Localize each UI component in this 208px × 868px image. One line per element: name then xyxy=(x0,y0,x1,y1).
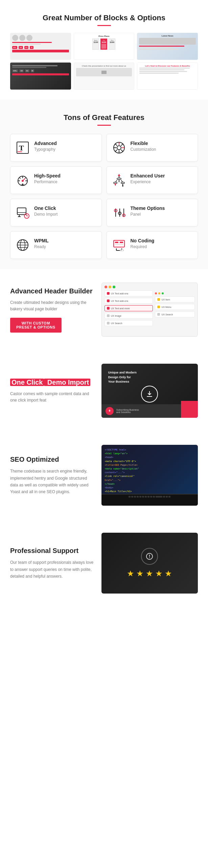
features-title: Tons of Great Features xyxy=(10,113,198,122)
svg-rect-54 xyxy=(115,242,118,243)
header-builder-section: Advanced Header Builder Create ultimated… xyxy=(0,269,208,350)
support-icon xyxy=(141,548,158,565)
features-divider xyxy=(97,125,111,126)
svg-text:T: T xyxy=(19,144,24,152)
hb-dot-yellow2 xyxy=(157,306,160,308)
preview-card-light: Check this presentation to find out more… xyxy=(74,63,135,90)
feature-card-oneclick: One Click Demo Import xyxy=(10,199,102,226)
flexible-text: Flexible Customization xyxy=(131,140,156,152)
user-exp-icon xyxy=(112,173,126,188)
svg-rect-56 xyxy=(115,244,123,245)
preview-card-news: Latest News xyxy=(137,33,198,60)
feature-card-nocoding: No Coding Required xyxy=(107,231,198,259)
user-subtitle: Experience xyxy=(131,179,165,184)
demo-bottom-text: Subscribing Businessand Solutions xyxy=(116,409,139,413)
hb-row-2: UX Text add-ons xyxy=(105,298,153,304)
typography-text: Advanced Typography xyxy=(34,140,57,152)
typography-subtitle: Typography xyxy=(34,147,57,152)
nocoding-text: No Coding Required xyxy=(131,238,155,249)
feature-card-wpml: WPML Ready xyxy=(10,231,102,259)
preview-card-team: 500+ 140 211 35 xyxy=(10,33,71,60)
wpml-icon xyxy=(15,238,30,252)
header-builder-title: Advanced Header Builder xyxy=(10,287,95,295)
nocoding-subtitle: Required xyxy=(131,244,155,249)
wpml-title: WPML xyxy=(34,238,49,244)
hb-label-3: UX Text and more xyxy=(111,307,130,310)
speed-text: High-Speed Performance xyxy=(34,173,61,184)
hb-row-r3: UX Search xyxy=(155,311,195,317)
star-1: ★ xyxy=(127,569,134,578)
theme-subtitle: Panel xyxy=(131,212,165,217)
wpml-text: WPML Ready xyxy=(34,238,49,249)
svg-marker-32 xyxy=(114,184,116,186)
seo-preview: <!DOCTYPE html> <html lang="en"> <head> … xyxy=(101,445,198,506)
svg-line-20 xyxy=(23,178,25,181)
demo-import-section: One Click Demo Import Castor comes with … xyxy=(0,350,208,431)
nocoding-title: No Coding xyxy=(131,238,155,244)
star-5: ★ xyxy=(165,569,172,578)
typography-icon: T xyxy=(15,140,30,155)
speed-title: High-Speed xyxy=(34,173,61,179)
star-3: ★ xyxy=(146,569,153,578)
hb-row-5: UX Search xyxy=(105,320,153,326)
oneclick-text: One Click Demo Import xyxy=(34,205,57,217)
svg-point-4 xyxy=(117,146,121,150)
hb-label-r3: UX Search xyxy=(161,313,173,316)
hb-dot-gray1 xyxy=(107,314,110,317)
demo-red-corner xyxy=(181,401,198,418)
title-divider xyxy=(97,25,111,26)
svg-rect-62 xyxy=(147,396,152,397)
theme-title: Theme Options xyxy=(131,205,165,211)
svg-rect-35 xyxy=(17,208,26,215)
header-builder-preview: UX Text add-ons UX Text add-ons UX Text … xyxy=(101,283,198,337)
laptop-keyboard xyxy=(101,494,198,506)
hb-label-1: UX Text add-ons xyxy=(111,292,129,295)
svg-rect-27 xyxy=(114,182,117,184)
oneclick-subtitle: Demo Import xyxy=(34,212,57,217)
demo-bottom-icon xyxy=(106,407,114,415)
custom-preset-button[interactable]: WITH CUSTOM Preset & Options xyxy=(10,318,62,333)
nocoding-icon xyxy=(112,238,126,252)
seo-image-bg: <!DOCTYPE html> <html lang="en"> <head> … xyxy=(101,445,198,506)
svg-rect-55 xyxy=(120,242,123,243)
speed-icon xyxy=(15,173,30,188)
hb-dot-red2 xyxy=(107,299,110,302)
flexible-title: Flexible xyxy=(131,140,156,146)
demo-icon-circle xyxy=(141,386,158,403)
preview-grid-row1: 500+ 140 211 35 Price Plans Basic $100 xyxy=(10,33,198,60)
speed-subtitle: Performance xyxy=(34,179,61,184)
demo-import-preview: Unique and ModernDesign Only forYour Bus… xyxy=(101,364,198,418)
feature-card-user: Enhanced User Experience xyxy=(107,166,198,194)
demo-import-title-rest: Demo Import xyxy=(44,379,90,386)
svg-line-9 xyxy=(115,144,117,146)
header-builder-description: Create ultimated header designs using th… xyxy=(10,299,95,312)
seo-section: SEO Optimized Theme codebase is search e… xyxy=(0,431,208,519)
support-title: Professional Support xyxy=(10,546,95,555)
star-4: ★ xyxy=(155,569,163,578)
feature-card-typography: T Advanced Typography xyxy=(10,134,102,162)
svg-point-34 xyxy=(122,185,123,187)
btn-line1: WITH CUSTOM xyxy=(22,321,50,325)
support-preview: ★ ★ ★ ★ ★ xyxy=(101,533,198,594)
hb-row-4: UX Image xyxy=(105,313,153,319)
demo-import-highlight: One Click xyxy=(10,379,44,386)
features-grid: T Advanced Typography xyxy=(10,134,198,259)
hb-row-3: UX Text and more xyxy=(105,305,153,311)
hb-row-1: UX Text add-ons xyxy=(105,290,153,296)
seo-text-block: SEO Optimized Theme codebase is search e… xyxy=(10,455,95,496)
demo-import-title: One Click Demo Import xyxy=(10,378,95,387)
hb-row-r2: UX Menu xyxy=(155,304,195,310)
svg-marker-24 xyxy=(118,174,120,176)
blocks-title: Great Number of Blocks & Options xyxy=(10,14,198,22)
demo-import-text-block: One Click Demo Import Castor comes with … xyxy=(10,378,95,404)
demo-overlay-text: Unique and ModernDesign Only forYour Bus… xyxy=(108,370,137,384)
user-text: Enhanced User Experience xyxy=(131,173,165,184)
hb-dot-gray3 xyxy=(157,313,160,316)
hb-dot-red3 xyxy=(107,307,110,310)
feature-card-theme: Theme Options Panel xyxy=(107,199,198,226)
support-text-block: Professional Support Our team of support… xyxy=(10,546,95,580)
oneclick-icon xyxy=(15,205,30,220)
svg-line-18 xyxy=(19,177,21,179)
svg-rect-53 xyxy=(114,240,124,247)
theme-icon xyxy=(112,205,126,220)
